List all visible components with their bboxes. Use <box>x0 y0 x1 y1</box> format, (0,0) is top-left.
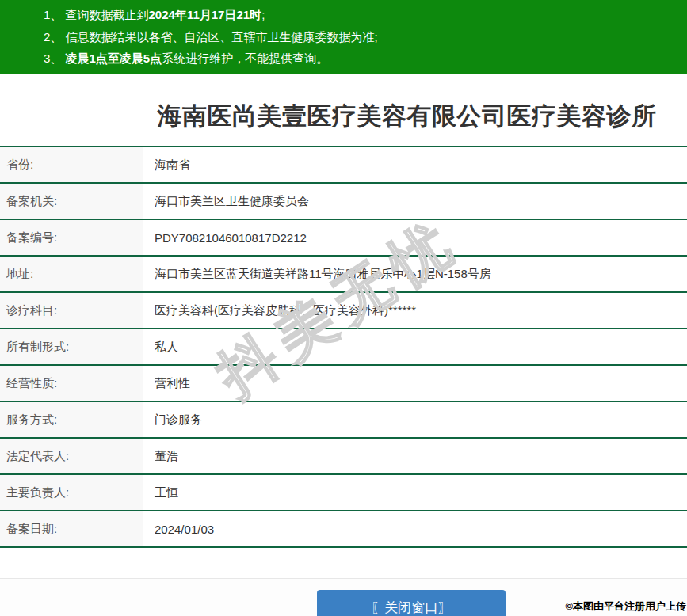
table-row-filing-authority: 备案机关: 海口市美兰区卫生健康委员会 <box>0 184 687 220</box>
table-row-address: 地址: 海口市美兰区蓝天街道美祥路11号海口雅居乐中心1层N-158号房 <box>0 257 687 293</box>
table-row-ownership-form: 所有制形式: 私人 <box>0 329 687 366</box>
table-row-operating-nature: 经营性质: 营利性 <box>0 366 687 402</box>
notice-1-bold: 2024年11月17日21时 <box>149 8 262 21</box>
facility-detail-table: 省份: 海南省 备案机关: 海口市美兰区卫生健康委员会 备案编号: PDY708… <box>0 146 687 548</box>
notice-2-text: 2、 信息数据结果以各省、自治区、直辖市卫生健康委数据为准; <box>44 30 378 44</box>
notice-line-1: 1、 查询数据截止到2024年11月17日21时; <box>44 4 679 26</box>
notice-3-suffix: 系统进行维护，不能提供查询。 <box>162 51 328 65</box>
notice-3-text: 3、 <box>44 51 66 65</box>
row-label: 备案日期: <box>0 511 143 546</box>
row-value: 医疗美容科(医疗美容皮肤科、医疗美容外科)****** <box>143 293 687 328</box>
notice-1-suffix: ; <box>261 8 265 21</box>
row-value: PDY70821046010817D2212 <box>143 220 687 255</box>
upload-credit-watermark: ©本图由平台注册用户上传 <box>565 599 686 614</box>
notice-line-2: 2、 信息数据结果以各省、自治区、直辖市卫生健康委数据为准; <box>44 26 679 48</box>
table-row-province: 省份: 海南省 <box>0 147 687 184</box>
row-value: 私人 <box>143 329 687 364</box>
close-window-button[interactable]: 〖关闭窗口〗 <box>317 590 506 616</box>
row-label: 所有制形式: <box>0 329 143 364</box>
notice-3-bold: 凌晨1点至凌晨5点 <box>66 51 162 65</box>
row-value: 门诊服务 <box>143 402 687 437</box>
table-row-principal: 主要负责人: 王恒 <box>0 475 687 511</box>
table-row-service-mode: 服务方式: 门诊服务 <box>0 402 687 439</box>
row-label: 经营性质: <box>0 366 143 401</box>
row-value: 海口市美兰区蓝天街道美祥路11号海口雅居乐中心1层N-158号房 <box>143 257 687 291</box>
row-label: 备案编号: <box>0 220 143 255</box>
row-value: 2024/01/03 <box>143 511 687 546</box>
row-label: 主要负责人: <box>0 475 143 510</box>
page-title: 海南医尚美壹医疗美容有限公司医疗美容诊所 <box>0 101 687 132</box>
row-label: 省份: <box>0 147 143 182</box>
row-value: 海南省 <box>143 147 687 182</box>
notice-line-3: 3、 凌晨1点至凌晨5点系统进行维护，不能提供查询。 <box>44 48 679 70</box>
table-row-treatment-subjects: 诊疗科目: 医疗美容科(医疗美容皮肤科、医疗美容外科)****** <box>0 293 687 329</box>
table-row-filing-number: 备案编号: PDY70821046010817D2212 <box>0 220 687 257</box>
row-label: 地址: <box>0 257 143 291</box>
row-label: 法定代表人: <box>0 439 143 473</box>
notice-bar: 1、 查询数据截止到2024年11月17日21时; 2、 信息数据结果以各省、自… <box>0 0 687 74</box>
table-row-legal-representative: 法定代表人: 董浩 <box>0 439 687 475</box>
row-label: 服务方式: <box>0 402 143 437</box>
row-value: 海口市美兰区卫生健康委员会 <box>143 184 687 219</box>
row-value: 营利性 <box>143 366 687 401</box>
table-row-filing-date: 备案日期: 2024/01/03 <box>0 511 687 548</box>
notice-1-text: 1、 查询数据截止到 <box>44 8 149 21</box>
row-value: 王恒 <box>143 475 687 510</box>
row-value: 董浩 <box>143 439 687 473</box>
row-label: 诊疗科目: <box>0 293 143 328</box>
row-label: 备案机关: <box>0 184 143 219</box>
